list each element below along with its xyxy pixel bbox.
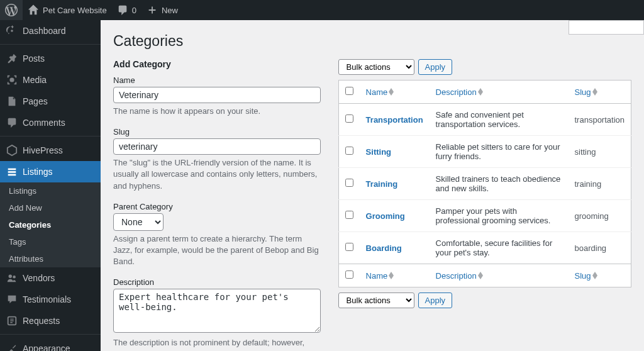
- add-category-form: Add Category Name The name is how it app…: [113, 59, 321, 351]
- category-slug: boarding: [569, 232, 631, 264]
- row-checkbox[interactable]: [345, 114, 353, 123]
- menu-pages[interactable]: Pages: [0, 91, 101, 112]
- bulk-actions-select-bottom[interactable]: Bulk actions: [338, 292, 414, 308]
- svg-rect-1: [8, 169, 16, 170]
- name-input[interactable]: [113, 87, 321, 103]
- comments-count: 0: [132, 6, 136, 15]
- page-icon: [6, 96, 18, 107]
- admin-topbar: Pet Care Website 0 New: [0, 0, 644, 20]
- field-slug: Slug The "slug" is the URL-friendly vers…: [113, 127, 321, 192]
- field-name: Name The name is how it appears on your …: [113, 75, 321, 117]
- menu-listings[interactable]: Listings: [0, 161, 101, 182]
- category-description: Pamper your pets with professional groom…: [430, 200, 569, 232]
- header-name[interactable]: Name: [366, 87, 394, 97]
- row-checkbox[interactable]: [345, 211, 353, 219]
- row-checkbox[interactable]: [345, 243, 353, 251]
- svg-point-4: [9, 275, 12, 278]
- appearance-icon: [6, 343, 18, 351]
- category-name-link[interactable]: Grooming: [366, 211, 405, 221]
- field-description: Description Expert healthcare for your p…: [113, 277, 321, 351]
- comment-icon: [117, 4, 128, 16]
- slug-input[interactable]: [113, 138, 321, 155]
- svg-rect-3: [8, 174, 16, 176]
- row-checkbox[interactable]: [345, 179, 353, 187]
- menu-comments[interactable]: Comments: [0, 112, 101, 133]
- menu-testimonials[interactable]: Testimonials: [0, 289, 101, 310]
- submenu-listings-attributes[interactable]: Attributes: [0, 250, 101, 267]
- bulk-actions-select-top[interactable]: Bulk actions: [338, 59, 414, 75]
- category-name-link[interactable]: Transportation: [366, 115, 423, 125]
- submenu-listings: Listings Add New Categories Tags Attribu…: [0, 182, 101, 267]
- menu-appearance[interactable]: Appearance: [0, 338, 101, 351]
- table-row: GroomingPamper your pets with profession…: [338, 200, 631, 232]
- submenu-listings-all[interactable]: Listings: [0, 182, 101, 199]
- apply-button-bottom[interactable]: Apply: [418, 292, 453, 308]
- category-list: Bulk actions Apply Name Description Slug…: [338, 59, 631, 351]
- listings-icon: [6, 166, 18, 177]
- parent-help: Assign a parent term to create a hierarc…: [113, 233, 321, 268]
- menu-requests[interactable]: Requests: [0, 310, 101, 332]
- add-category-heading: Add Category: [113, 59, 321, 69]
- parent-select[interactable]: None: [113, 213, 164, 231]
- svg-rect-2: [8, 171, 16, 173]
- category-description: Comfortable, secure facilities for your …: [430, 232, 569, 264]
- select-all-bottom[interactable]: [345, 270, 353, 279]
- table-row: SittingReliable pet sitters to care for …: [338, 136, 631, 168]
- vendors-icon: [6, 272, 18, 284]
- select-all-top[interactable]: [345, 87, 353, 95]
- category-description: Skilled trainers to teach obedience and …: [430, 168, 569, 200]
- bulk-actions-top: Bulk actions Apply: [338, 59, 631, 75]
- category-slug: sitting: [569, 136, 631, 168]
- category-name-link[interactable]: Sitting: [366, 147, 391, 157]
- footer-slug[interactable]: Slug: [575, 271, 597, 281]
- table-row: TrainingSkilled trainers to teach obedie…: [338, 168, 631, 200]
- home-icon: [28, 4, 39, 16]
- menu-media[interactable]: Media: [0, 69, 101, 91]
- header-description[interactable]: Description: [436, 87, 483, 97]
- categories-table: Name Description Slug TransportationSafe…: [338, 80, 631, 287]
- description-textarea[interactable]: Expert healthcare for your pet's well-be…: [113, 289, 321, 333]
- comments-link[interactable]: 0: [112, 0, 142, 20]
- category-description: Reliable pet sitters to care for your fu…: [430, 136, 569, 168]
- slug-label: Slug: [113, 127, 321, 136]
- slug-help: The "slug" is the URL-friendly version o…: [113, 157, 321, 192]
- site-name: Pet Care Website: [43, 6, 107, 15]
- site-name-link[interactable]: Pet Care Website: [23, 0, 112, 20]
- page-title: Categories: [113, 33, 631, 50]
- apply-button-top[interactable]: Apply: [418, 59, 453, 75]
- content-area: Categories Add Category Name The name is…: [101, 20, 644, 351]
- new-content-link[interactable]: New: [142, 0, 183, 20]
- category-slug: training: [569, 168, 631, 200]
- wp-logo[interactable]: [0, 0, 23, 20]
- submenu-listings-tags[interactable]: Tags: [0, 233, 101, 250]
- menu-hivepress[interactable]: HivePress: [0, 140, 101, 161]
- footer-description[interactable]: Description: [436, 271, 483, 281]
- search-input[interactable]: [569, 20, 644, 35]
- hivepress-icon: [6, 145, 18, 156]
- menu-dashboard[interactable]: Dashboard: [0, 20, 101, 42]
- menu-vendors[interactable]: Vendors: [0, 267, 101, 289]
- category-slug: grooming: [569, 200, 631, 232]
- svg-point-0: [9, 77, 14, 82]
- row-checkbox[interactable]: [345, 147, 353, 155]
- table-row: BoardingComfortable, secure facilities f…: [338, 232, 631, 264]
- name-help: The name is how it appears on your site.: [113, 106, 321, 117]
- menu-posts[interactable]: Posts: [0, 48, 101, 69]
- pin-icon: [6, 53, 18, 64]
- name-label: Name: [113, 75, 321, 85]
- footer-name[interactable]: Name: [366, 271, 394, 281]
- table-row: TransportationSafe and convenient pet tr…: [338, 104, 631, 136]
- requests-icon: [6, 315, 18, 326]
- category-name-link[interactable]: Training: [366, 179, 398, 189]
- testimonials-icon: [6, 294, 18, 305]
- media-icon: [6, 74, 18, 86]
- submenu-listings-add-new[interactable]: Add New: [0, 199, 101, 216]
- comments-icon: [6, 117, 18, 128]
- header-slug[interactable]: Slug: [575, 87, 597, 97]
- category-name-link[interactable]: Boarding: [366, 243, 402, 253]
- submenu-listings-categories[interactable]: Categories: [0, 216, 101, 233]
- description-label: Description: [113, 277, 321, 287]
- plus-icon: [147, 4, 158, 16]
- admin-sidebar: Dashboard Posts Media Pages Comments Hiv…: [0, 20, 101, 351]
- parent-label: Parent Category: [113, 202, 321, 211]
